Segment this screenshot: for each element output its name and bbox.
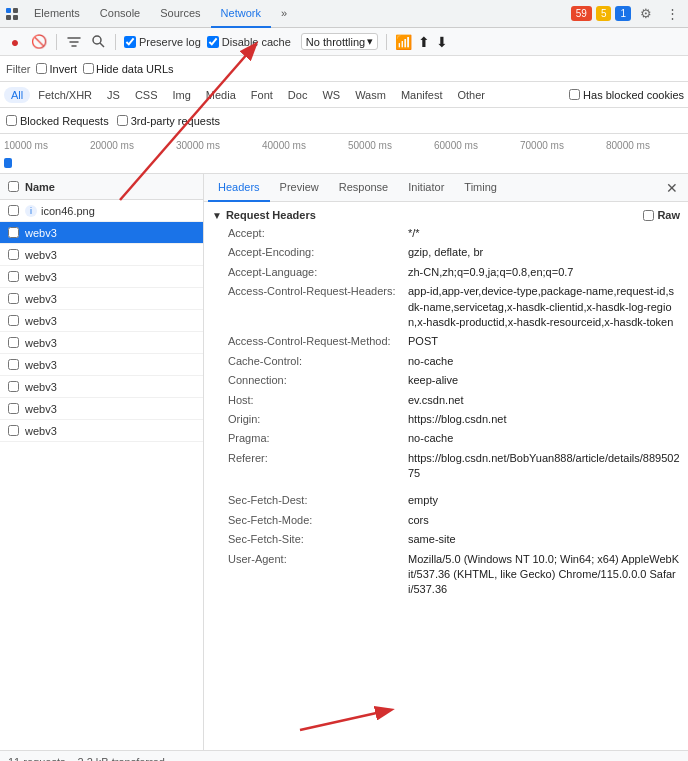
search-icon[interactable] xyxy=(89,33,107,51)
list-item[interactable]: webv3 xyxy=(0,420,203,442)
select-all-checkbox[interactable] xyxy=(8,181,19,192)
hide-data-urls-label[interactable]: Hide data URLs xyxy=(83,63,174,75)
filter-tabs-row: All Fetch/XHR JS CSS Img Media Font Doc … xyxy=(0,82,688,108)
filter-tab-other[interactable]: Other xyxy=(450,87,492,103)
filter-tab-media[interactable]: Media xyxy=(199,87,243,103)
settings-icon[interactable]: ⚙ xyxy=(635,4,657,23)
filter-tab-img[interactable]: Img xyxy=(166,87,198,103)
request-headers-section[interactable]: ▼ Request Headers Raw xyxy=(204,206,688,224)
requests-count: 11 requests xyxy=(8,756,65,762)
filter-tab-js[interactable]: JS xyxy=(100,87,127,103)
row-checkbox[interactable] xyxy=(8,293,19,304)
header-name: Sec-Fetch-Mode: xyxy=(228,513,408,528)
list-item[interactable]: webv3 xyxy=(0,398,203,420)
close-panel-icon[interactable]: ✕ xyxy=(660,180,684,196)
header-row-acr-method: Access-Control-Request-Method: POST xyxy=(204,332,688,351)
row-checkbox[interactable] xyxy=(8,271,19,282)
wifi-icon[interactable]: 📶 xyxy=(395,34,412,50)
header-value: */* xyxy=(408,226,680,241)
invert-checkbox[interactable] xyxy=(36,63,47,74)
blocked-requests-checkbox[interactable] xyxy=(6,115,17,126)
tab-console[interactable]: Console xyxy=(90,0,150,28)
has-blocked-cookies-checkbox[interactable] xyxy=(569,89,580,100)
header-name: Host: xyxy=(228,393,408,408)
list-item[interactable]: webv3 xyxy=(0,266,203,288)
throttle-label: No throttling xyxy=(306,36,365,48)
list-item[interactable]: webv3 xyxy=(0,288,203,310)
devtools-logo[interactable] xyxy=(4,6,20,22)
svg-rect-2 xyxy=(6,15,11,20)
invert-label[interactable]: Invert xyxy=(36,63,77,75)
row-checkbox[interactable] xyxy=(8,249,19,260)
list-item[interactable]: webv3 xyxy=(0,354,203,376)
throttle-arrow: ▾ xyxy=(367,35,373,48)
row-checkbox[interactable] xyxy=(8,381,19,392)
clear-button[interactable]: 🚫 xyxy=(30,33,48,51)
list-item[interactable]: webv3 xyxy=(0,376,203,398)
list-item[interactable]: webv3 xyxy=(0,310,203,332)
row-checkbox[interactable] xyxy=(8,359,19,370)
header-name: Connection: xyxy=(228,373,408,388)
disable-cache-label[interactable]: Disable cache xyxy=(207,36,291,48)
filter-icon[interactable] xyxy=(65,33,83,51)
detail-tab-response[interactable]: Response xyxy=(329,174,399,202)
row-checkbox[interactable] xyxy=(8,227,19,238)
preserve-log-label[interactable]: Preserve log xyxy=(124,36,201,48)
header-value: cors xyxy=(408,513,680,528)
filter-tab-wasm[interactable]: Wasm xyxy=(348,87,393,103)
tab-sources[interactable]: Sources xyxy=(150,0,210,28)
header-name: Referer: xyxy=(228,451,408,482)
timeline: 10000 ms 20000 ms 30000 ms 40000 ms 5000… xyxy=(0,134,688,174)
row-checkbox[interactable] xyxy=(8,315,19,326)
mark-8: 80000 ms xyxy=(602,140,688,151)
row-checkbox[interactable] xyxy=(8,205,19,216)
raw-checkbox[interactable] xyxy=(643,210,654,221)
header-value: gzip, deflate, br xyxy=(408,245,680,260)
list-item[interactable]: webv3 xyxy=(0,332,203,354)
list-item[interactable]: webv3 xyxy=(0,244,203,266)
header-row-sec-fetch-site: Sec-Fetch-Site: same-site xyxy=(204,530,688,549)
header-row-accept-encoding: Accept-Encoding: gzip, deflate, br xyxy=(204,243,688,262)
filter-tab-font[interactable]: Font xyxy=(244,87,280,103)
row-checkbox[interactable] xyxy=(8,337,19,348)
filter-tab-manifest[interactable]: Manifest xyxy=(394,87,450,103)
request-name: webv3 xyxy=(25,271,195,283)
row-checkbox[interactable] xyxy=(8,425,19,436)
warning-badge: 5 xyxy=(596,6,612,21)
list-item[interactable]: webv3 xyxy=(0,222,203,244)
record-button[interactable]: ● xyxy=(6,33,24,51)
header-name: Accept: xyxy=(228,226,408,241)
separator-1 xyxy=(56,34,57,50)
filter-tab-fetch-xhr[interactable]: Fetch/XHR xyxy=(31,87,99,103)
third-party-checkbox[interactable] xyxy=(117,115,128,126)
header-row-cache-control: Cache-Control: no-cache xyxy=(204,352,688,371)
filter-tab-css[interactable]: CSS xyxy=(128,87,165,103)
filter-tab-ws[interactable]: WS xyxy=(315,87,347,103)
download-icon[interactable]: ⬇ xyxy=(436,34,448,50)
hide-data-urls-checkbox[interactable] xyxy=(83,63,94,74)
third-party-label[interactable]: 3rd-party requests xyxy=(117,115,220,127)
blocked-requests-label[interactable]: Blocked Requests xyxy=(6,115,109,127)
header-name: Pragma: xyxy=(228,431,408,446)
row-checkbox[interactable] xyxy=(8,403,19,414)
more-vert-icon[interactable]: ⋮ xyxy=(661,4,684,23)
upload-icon[interactable]: ⬆ xyxy=(418,34,430,50)
filter-tab-doc[interactable]: Doc xyxy=(281,87,315,103)
separator-3 xyxy=(386,34,387,50)
detail-tab-preview[interactable]: Preview xyxy=(270,174,329,202)
tab-more[interactable]: » xyxy=(271,0,297,28)
requests-panel: Name i icon46.png webv3 webv3 webv3 xyxy=(0,174,204,750)
tab-elements[interactable]: Elements xyxy=(24,0,90,28)
throttle-selector[interactable]: No throttling ▾ xyxy=(301,33,378,50)
detail-tab-initiator[interactable]: Initiator xyxy=(398,174,454,202)
header-name: Origin: xyxy=(228,412,408,427)
detail-content: ▼ Request Headers Raw Accept: */* Accept… xyxy=(204,202,688,750)
tab-network[interactable]: Network xyxy=(211,0,271,28)
detail-tab-headers[interactable]: Headers xyxy=(208,174,270,202)
filter-tab-all[interactable]: All xyxy=(4,87,30,103)
disable-cache-checkbox[interactable] xyxy=(207,36,219,48)
list-item[interactable]: i icon46.png xyxy=(0,200,203,222)
preserve-log-checkbox[interactable] xyxy=(124,36,136,48)
header-row-acr-headers: Access-Control-Request-Headers: app-id,a… xyxy=(204,282,688,332)
detail-tab-timing[interactable]: Timing xyxy=(454,174,507,202)
